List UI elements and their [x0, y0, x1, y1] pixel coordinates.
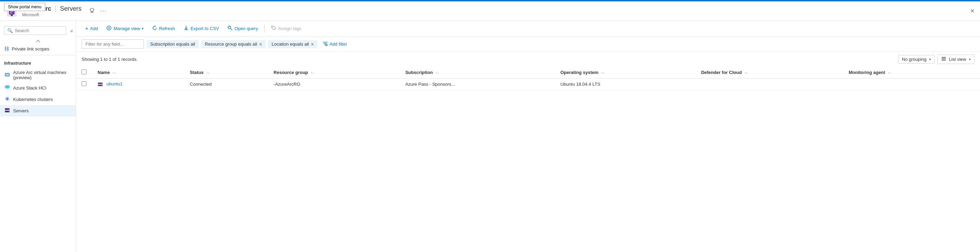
grouping-chevron-icon: ▾: [929, 57, 931, 61]
add-filter-button[interactable]: Add filter: [320, 40, 350, 48]
col-header-os: Operating system ↑↓: [555, 67, 696, 78]
infrastructure-heading: Infrastructure: [0, 57, 76, 68]
svg-point-14: [6, 98, 8, 100]
filter-input[interactable]: [82, 40, 144, 49]
cell-subscription: Azure Pass - Sponsors...: [400, 78, 555, 90]
os-sort-icon[interactable]: ↑↓: [601, 71, 605, 74]
table-body: ubuntu1 Connected -AzureArcRG Azure Pass…: [76, 78, 980, 90]
svg-point-35: [102, 85, 102, 86]
cell-monitoring: [843, 78, 980, 90]
vm-icon: [4, 71, 10, 79]
cell-name: ubuntu1: [92, 78, 185, 90]
cell-defender: [696, 78, 843, 90]
server-name-link[interactable]: ubuntu1: [107, 81, 123, 86]
export-csv-button[interactable]: Export to CSV: [180, 24, 223, 33]
sidebar-item-label: Azure Stack HCI: [13, 86, 46, 90]
col-header-monitoring: Monitoring agent ↑↓: [843, 67, 980, 78]
view-controls: No grouping ▾ List view ▾: [898, 55, 974, 64]
assign-tags-button[interactable]: Assign tags: [267, 24, 305, 33]
list-view-icon: [941, 56, 946, 62]
cell-status: Connected: [185, 78, 268, 90]
select-all-checkbox[interactable]: [82, 70, 86, 74]
location-filter-chip: Location equals all ×: [268, 40, 317, 48]
svg-rect-29: [942, 57, 946, 58]
toolbar: + Add Manage view ▾: [76, 21, 980, 36]
svg-point-11: [5, 87, 10, 89]
manage-view-button[interactable]: Manage view ▾: [103, 24, 147, 33]
subscription-sort-icon[interactable]: ↑↓: [436, 71, 439, 74]
svg-point-17: [9, 109, 10, 109]
close-button[interactable]: ×: [970, 7, 974, 15]
sidebar-item-label: Servers: [13, 108, 29, 113]
manage-view-icon: [106, 25, 112, 32]
table-header: Name ↑↓ Status ↑↓ Resource group ↑↓ Su: [76, 67, 980, 78]
add-icon: +: [85, 25, 88, 32]
sidebar-item-azure-arc-vms[interactable]: Azure Arc virtual machines (preview): [0, 68, 76, 82]
sidebar-item-label: Kubernetes clusters: [13, 97, 53, 102]
svg-rect-30: [942, 59, 946, 59]
cell-resource-group: -AzureArcRG: [268, 78, 400, 90]
defender-sort-icon[interactable]: ↑↓: [745, 71, 748, 74]
refresh-button[interactable]: Refresh: [148, 24, 178, 33]
more-options-button[interactable]: ···: [100, 7, 108, 15]
search-bar: 🔍: [4, 26, 66, 35]
sidebar-item-azure-stack-hci[interactable]: Azure Stack HCI: [0, 82, 76, 94]
svg-point-25: [272, 27, 273, 27]
col-header-subscription: Subscription ↑↓: [400, 67, 555, 78]
sidebar-item-kubernetes-clusters[interactable]: Kubernetes clusters: [0, 94, 76, 105]
grouping-dropdown[interactable]: No grouping ▾: [898, 55, 935, 63]
link-icon: ⛓: [4, 46, 9, 52]
results-row: Showing 1 to 1 of 1 records. No grouping…: [76, 52, 980, 67]
search-input[interactable]: [15, 28, 63, 33]
sidebar-divider: [0, 55, 76, 55]
scroll-up-button[interactable]: [36, 39, 40, 43]
sidebar-item-label: Private link scopes: [12, 46, 49, 52]
svg-rect-31: [942, 60, 946, 60]
toolbar-divider: [264, 25, 265, 33]
results-text: Showing 1 to 1 of 1 records.: [82, 57, 138, 62]
show-portal-menu-button[interactable]: Show portal menu: [4, 3, 45, 11]
resource-group-filter-chip: Resource group equals all ×: [201, 40, 265, 48]
tags-icon: [271, 25, 277, 32]
server-row-icon: [97, 81, 107, 86]
resource-group-sort-icon[interactable]: ↑↓: [311, 71, 314, 74]
svg-point-21: [228, 26, 231, 29]
open-query-button[interactable]: Open query: [224, 24, 261, 33]
content-area: + Add Manage view ▾: [76, 21, 980, 252]
chevron-down-icon: ▾: [142, 27, 143, 30]
table-row: ubuntu1 Connected -AzureArcRG Azure Pass…: [76, 78, 980, 90]
pin-button[interactable]: [89, 7, 95, 15]
query-icon: [227, 25, 233, 32]
server-icon: [4, 107, 10, 114]
add-filter-icon: [323, 41, 328, 47]
app-container: Azure Arc | Servers Microsoft ··· ×: [0, 2, 980, 252]
sidebar: 🔍 « ⛓ Private link scopes: [0, 21, 76, 252]
sidebar-item-servers[interactable]: Servers: [0, 105, 76, 116]
col-header-name: Name ↑↓: [92, 67, 185, 78]
col-header-defender: Defender for Cloud ↑↓: [696, 67, 843, 78]
location-chip-close[interactable]: ×: [311, 42, 314, 47]
svg-line-22: [231, 29, 232, 30]
main-content: 🔍 « ⛓ Private link scopes: [0, 21, 980, 252]
svg-point-18: [9, 111, 10, 112]
list-view-toggle[interactable]: List view ▾: [937, 55, 974, 64]
resource-group-chip-close[interactable]: ×: [259, 42, 262, 47]
data-table: Name ↑↓ Status ↑↓ Resource group ↑↓ Su: [76, 67, 980, 90]
monitoring-sort-icon[interactable]: ↑↓: [888, 71, 891, 74]
collapse-sidebar-button[interactable]: «: [69, 27, 74, 35]
status-sort-icon[interactable]: ↑↓: [206, 71, 210, 74]
add-button[interactable]: + Add: [82, 24, 101, 33]
header-row: Azure Arc | Servers Microsoft ··· ×: [0, 2, 980, 21]
row-checkbox[interactable]: [82, 81, 86, 86]
stack-icon: [4, 84, 10, 92]
col-header-status: Status ↑↓: [185, 67, 268, 78]
svg-rect-8: [6, 74, 9, 76]
k8s-icon: [4, 96, 10, 103]
subscription-filter-chip: Subscription equals all: [147, 40, 199, 48]
sidebar-item-private-link-scopes[interactable]: ⛓ Private link scopes: [0, 44, 76, 54]
svg-rect-4: [10, 13, 12, 13]
name-sort-icon[interactable]: ↑↓: [113, 71, 116, 74]
header-icons: ···: [89, 7, 108, 15]
sidebar-scroll-area: ⛓ Private link scopes Infrastructure Azu…: [0, 38, 76, 252]
refresh-icon: [152, 25, 158, 32]
